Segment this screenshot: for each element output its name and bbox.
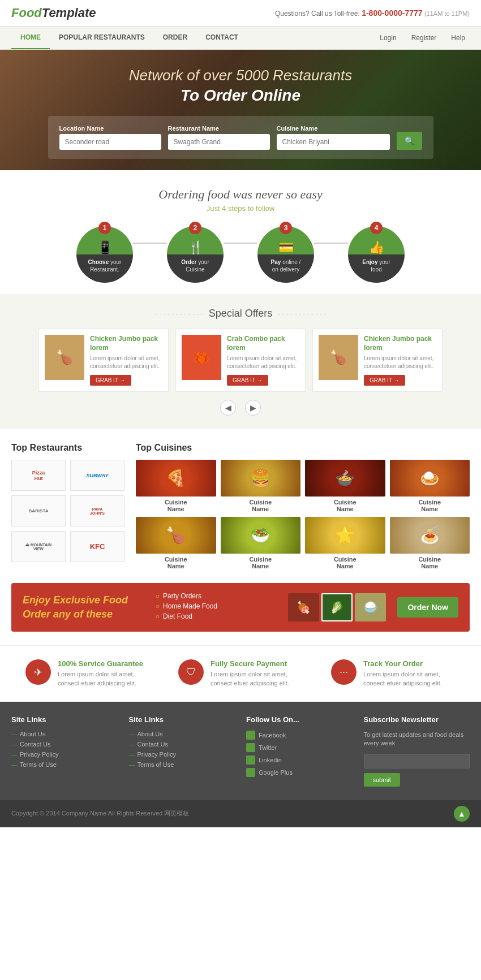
- footer-col4-title: Subscribe Newsletter: [364, 715, 470, 724]
- feature-desc-track: Lorem ipsum dolor sit amet, consect-etue…: [363, 670, 456, 688]
- cuisine-item-1[interactable]: 🍕 CuisineName: [136, 460, 216, 512]
- nav-home[interactable]: HOME: [11, 27, 50, 49]
- footer-link-privacy-1[interactable]: Privacy Policy: [11, 751, 118, 758]
- restaurants-col: Top Restaurants PizzaHut SUBWAY BARISTA …: [11, 443, 124, 569]
- nav-login[interactable]: Login: [375, 27, 401, 49]
- step-connector-2: [224, 243, 257, 244]
- offer-content-3: Chicken Jumbo pack lorem Lorem ipsum dol…: [364, 335, 436, 386]
- location-input[interactable]: [59, 134, 161, 150]
- feature-content-payment: Fully Secure Payment Lorem ipsum dolor s…: [211, 659, 303, 688]
- footer-col-2: Site Links About Us Contact Us Privacy P…: [129, 715, 235, 787]
- main-nav: HOME POPULAR RESTAURANTS ORDER CONTACT L…: [0, 26, 481, 50]
- step-4: 4 👍 Enjoy yourfood: [348, 226, 405, 283]
- offer-food-icon-2: 🦀: [182, 335, 221, 380]
- top-header: FoodTemplate Questions? Call us Toll-fre…: [0, 0, 481, 26]
- restaurant-logo-subway[interactable]: SUBWAY: [70, 460, 124, 491]
- cuisine-item-8[interactable]: 🍝 CuisineName: [390, 517, 470, 569]
- cuisine-name-4: CuisineName: [390, 499, 470, 512]
- footer-link-about-2[interactable]: About Us: [129, 731, 235, 737]
- footer-link-contact-1[interactable]: Contact Us: [11, 741, 118, 748]
- newsletter-submit[interactable]: submit: [364, 773, 400, 787]
- offer-card-1: 🍗 Chicken Jumbo pack lorem Lorem ipsum d…: [38, 329, 169, 392]
- step-1: 1 📱 Choose yourRestaurant.: [76, 226, 133, 283]
- offer-content-1: Chicken Jumbo pack lorem Lorem ipsum dol…: [90, 335, 162, 386]
- carousel-prev[interactable]: ◀: [220, 400, 236, 416]
- hero-section: Network of over 5000 Restaurants To Orde…: [0, 50, 481, 170]
- social-googleplus[interactable]: Google Plus: [246, 768, 353, 777]
- cuisine-img-3: 🍲: [305, 460, 385, 497]
- restaurant-logo-papa-johns[interactable]: PAPAJOHN'S: [70, 495, 124, 526]
- twitter-icon: [246, 743, 255, 752]
- offer-desc-3: Lorem ipsum dolor sit amet, consectetuer…: [364, 355, 436, 370]
- footer-link-about-1[interactable]: About Us: [11, 731, 118, 737]
- papa-johns-logo: PAPAJOHN'S: [90, 507, 105, 515]
- newsletter-input[interactable]: [364, 754, 470, 769]
- offer-title-2: Crab Combo pack lorem: [227, 335, 299, 352]
- googleplus-icon: [246, 768, 255, 777]
- feature-desc-payment: Lorem ipsum dolor sit amet, consect-etue…: [211, 670, 303, 688]
- cuisine-grid: 🍕 CuisineName 🍔 CuisineName 🍲 CuisineNam…: [136, 460, 470, 569]
- logo-food: Food: [11, 6, 42, 20]
- hero-subtitle: To Order Online: [129, 87, 353, 105]
- logo-template: Template: [42, 6, 96, 20]
- offer-img-3: 🍗: [319, 335, 358, 380]
- restaurant-label: Restaurant Name: [168, 125, 270, 132]
- nav-contact[interactable]: CONTACT: [196, 27, 247, 49]
- offer-desc-2: Lorem ipsum dolor sit amet, consectetuer…: [227, 355, 299, 370]
- restaurant-logo-kfc[interactable]: KFC: [70, 531, 124, 562]
- restaurant-grid: PizzaHut SUBWAY BARISTA PAPAJOHN'S ⛰ MOU…: [11, 460, 124, 562]
- nav-order[interactable]: ORDER: [154, 27, 196, 49]
- promo-item-3: Diet Food: [156, 612, 277, 620]
- restaurant-input[interactable]: [168, 134, 270, 150]
- cuisine-input[interactable]: [277, 134, 390, 150]
- cuisine-item-6[interactable]: 🥗 CuisineName: [221, 517, 301, 569]
- mid-section: Top Restaurants PizzaHut SUBWAY BARISTA …: [0, 429, 481, 583]
- step-2-circle: 2 🍴 Order yourCuisine: [167, 226, 224, 283]
- steps-row: 1 📱 Choose yourRestaurant. 2 🍴 Order you…: [11, 226, 470, 283]
- cuisine-item-4[interactable]: 🍛 CuisineName: [390, 460, 470, 512]
- offer-btn-2[interactable]: GRAB IT →: [227, 375, 268, 386]
- promo-order-btn[interactable]: Order Now: [397, 597, 458, 618]
- offer-food-icon-1: 🍗: [45, 335, 84, 380]
- offer-btn-3[interactable]: GRAB IT →: [364, 375, 405, 386]
- nav-help[interactable]: Help: [446, 27, 470, 49]
- footer-link-privacy-2[interactable]: Privacy Policy: [129, 751, 235, 758]
- social-linkedin[interactable]: Linkedin: [246, 755, 353, 765]
- hero-title: Network of over 5000 Restaurants: [129, 67, 353, 84]
- nav-popular-restaurants[interactable]: POPULAR RESTAURANTS: [50, 27, 154, 49]
- social-facebook[interactable]: Facebook: [246, 731, 353, 740]
- footer-link-terms-2[interactable]: Terms of Use: [129, 761, 235, 768]
- footer-col-1: Site Links About Us Contact Us Privacy P…: [11, 715, 118, 787]
- special-offers-title: Special Offers: [11, 308, 470, 320]
- footer-link-contact-2[interactable]: Contact Us: [129, 741, 235, 748]
- cuisine-item-7[interactable]: 🌟 CuisineName: [305, 517, 385, 569]
- feature-service: ✈ 100% Service Guarantee Lorem ipsum dol…: [25, 659, 150, 688]
- restaurant-logo-pizza-hut[interactable]: PizzaHut: [11, 460, 66, 491]
- carousel-controls: ◀ ▶: [11, 400, 470, 416]
- nav-register[interactable]: Register: [407, 27, 441, 49]
- restaurant-logo-barista[interactable]: BARISTA: [11, 495, 66, 526]
- restaurant-logo-mountain[interactable]: ⛰ MOUNTAINVIEW: [11, 531, 66, 562]
- footer: Site Links About Us Contact Us Privacy P…: [0, 702, 481, 800]
- step-3: 3 💳 Pay online /on delivery: [257, 226, 314, 283]
- carousel-next[interactable]: ▶: [245, 400, 261, 416]
- social-twitter[interactable]: Twitter: [246, 743, 353, 752]
- offers-grid: 🍗 Chicken Jumbo pack lorem Lorem ipsum d…: [11, 329, 470, 392]
- search-button[interactable]: 🔍: [397, 132, 422, 150]
- cuisine-item-3[interactable]: 🍲 CuisineName: [305, 460, 385, 512]
- feature-icon-service: ✈: [25, 659, 51, 685]
- cuisine-item-5[interactable]: 🍗 CuisineName: [136, 517, 216, 569]
- offer-desc-1: Lorem ipsum dolor sit amet, consectetuer…: [90, 355, 162, 370]
- offer-btn-1[interactable]: GRAB IT →: [90, 375, 131, 386]
- cuisine-field: Cuisine Name: [277, 125, 390, 150]
- footer-link-terms-1[interactable]: Terms of Use: [11, 761, 118, 768]
- location-label: Location Name: [59, 125, 161, 132]
- cuisine-img-8: 🍝: [390, 517, 470, 554]
- nav-right: Login Register Help: [375, 27, 470, 49]
- cuisine-item-2[interactable]: 🍔 CuisineName: [221, 460, 301, 512]
- cuisine-img-4: 🍛: [390, 460, 470, 497]
- back-to-top-btn[interactable]: ▲: [454, 806, 470, 822]
- facebook-icon: [246, 731, 255, 740]
- offer-title-3: Chicken Jumbo pack lorem: [364, 335, 436, 352]
- step-connector-3: [314, 243, 348, 244]
